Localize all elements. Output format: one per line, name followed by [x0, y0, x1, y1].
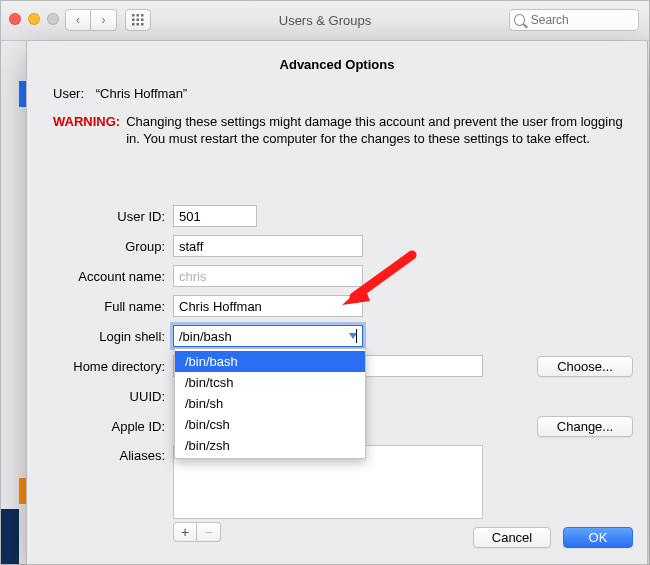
plus-icon: + — [181, 524, 189, 540]
apple-id-label: Apple ID: — [27, 419, 173, 434]
shell-option-zsh[interactable]: /bin/zsh — [175, 435, 365, 456]
add-alias-button[interactable]: + — [173, 522, 197, 542]
advanced-options-sheet: Advanced Options User: “Chris Hoffman” W… — [26, 41, 648, 565]
sheet-footer: Cancel OK — [473, 527, 633, 548]
sheet-title: Advanced Options — [27, 41, 647, 72]
uuid-label: UUID: — [27, 389, 173, 404]
shell-option-csh[interactable]: /bin/csh — [175, 414, 365, 435]
group-field[interactable] — [173, 235, 363, 257]
account-name-field — [173, 265, 363, 287]
search-icon — [514, 14, 525, 26]
shell-option-sh[interactable]: /bin/sh — [175, 393, 365, 414]
group-label: Group: — [27, 239, 173, 254]
search-field[interactable] — [509, 9, 639, 31]
home-dir-label: Home directory: — [27, 359, 173, 374]
search-input[interactable] — [529, 12, 634, 28]
warning-label: WARNING: — [53, 113, 120, 147]
desktop-background-strip — [1, 509, 19, 564]
change-button[interactable]: Change... — [537, 416, 633, 437]
choose-button[interactable]: Choose... — [537, 356, 633, 377]
shell-option-tcsh[interactable]: /bin/tcsh — [175, 372, 365, 393]
chevron-down-icon[interactable] — [349, 333, 357, 339]
user-id-label: User ID: — [27, 209, 173, 224]
user-name: “Chris Hoffman” — [96, 86, 188, 101]
shell-option-bash[interactable]: /bin/bash — [175, 351, 365, 372]
user-id-field[interactable] — [173, 205, 257, 227]
user-label: User: — [53, 86, 84, 101]
aliases-add-remove: + − — [173, 522, 483, 542]
cancel-button[interactable]: Cancel — [473, 527, 551, 548]
remove-alias-button: − — [197, 522, 221, 542]
login-shell-value: /bin/bash — [179, 329, 355, 344]
login-shell-label: Login shell: — [27, 329, 173, 344]
ok-button[interactable]: OK — [563, 527, 633, 548]
user-line: User: “Chris Hoffman” — [27, 72, 647, 101]
full-name-label: Full name: — [27, 299, 173, 314]
login-shell-dropdown[interactable]: /bin/bash /bin/tcsh /bin/sh /bin/csh /bi… — [174, 348, 366, 459]
form: User ID: Group: Account name: Full name:… — [27, 201, 647, 542]
titlebar: ‹ › Users & Groups — [1, 1, 649, 41]
warning-text: Changing these settings might damage thi… — [126, 113, 625, 147]
account-name-label: Account name: — [27, 269, 173, 284]
aliases-label: Aliases: — [27, 445, 173, 463]
login-shell-combobox[interactable]: /bin/bash /bin/bash /bin/tcsh /bin/sh /b… — [173, 325, 363, 347]
full-name-field[interactable] — [173, 295, 363, 317]
warning-block: WARNING: Changing these settings might d… — [27, 101, 647, 147]
minus-icon: − — [204, 524, 212, 540]
